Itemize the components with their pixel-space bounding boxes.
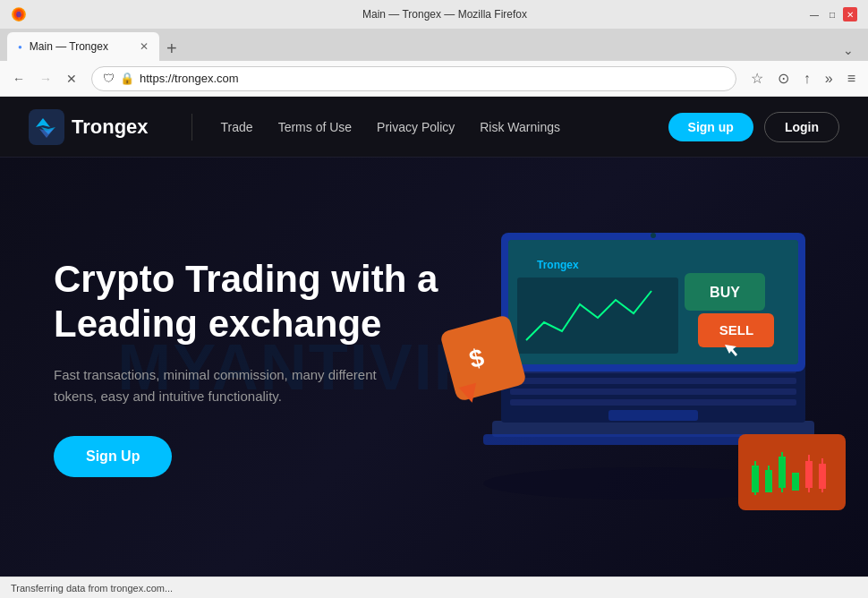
svg-point-1 (16, 12, 21, 18)
svg-text:BUY: BUY (710, 285, 740, 300)
back-button[interactable]: ← (7, 68, 30, 90)
nav-trade[interactable]: Trade (221, 120, 253, 134)
svg-rect-39 (819, 464, 826, 489)
pocket-button[interactable]: ⊙ (772, 66, 795, 90)
tab-modified-indicator: ● (18, 43, 22, 51)
website-content: Trongex Trade Terms of Use Privacy Polic… (0, 97, 868, 577)
window-controls: — □ ✕ (807, 7, 857, 21)
svg-rect-32 (779, 457, 786, 488)
browser-title: Main — Trongex — Mozilla Firefox (82, 8, 807, 21)
browser-titlebar: Main — Trongex — Mozilla Firefox — □ ✕ (0, 0, 868, 29)
browser-toolbar: ← → ✕ 🛡 🔒 https://trongex.com ☆ ⊙ ↑ » ≡ (0, 61, 868, 97)
site-nav: Trongex Trade Terms of Use Privacy Polic… (0, 97, 868, 158)
firefox-icon (11, 6, 27, 22)
nav-actions: Sign up Login (668, 112, 839, 142)
hero-text: Crypto Trading with a Leading exchange F… (54, 257, 483, 478)
svg-text:Trongex: Trongex (537, 259, 579, 271)
tab-close-button[interactable]: ✕ (140, 40, 149, 53)
share-button[interactable]: ↑ (798, 66, 816, 90)
nav-terms[interactable]: Terms of Use (278, 120, 352, 134)
hero-title: Crypto Trading with a Leading exchange (54, 257, 483, 347)
hero-signup-button[interactable]: Sign Up (54, 436, 172, 477)
url-text: https://trongex.com (140, 72, 725, 85)
maximize-button[interactable]: □ (825, 7, 839, 21)
nav-login-button[interactable]: Login (764, 112, 839, 142)
active-tab[interactable]: ● Main — Trongex ✕ (7, 32, 159, 61)
lock-icon: 🔒 (120, 72, 134, 85)
tab-title: Main — Trongex (30, 40, 108, 53)
toolbar-icons: ☆ ⊙ ↑ » ≡ (745, 66, 861, 90)
hero-illustration: Trongex BUY SELL $ (421, 206, 850, 528)
svg-rect-35 (792, 473, 799, 491)
menu-button[interactable]: ≡ (842, 66, 861, 90)
browser-tabbar: ● Main — Trongex ✕ + ⌄ (0, 29, 868, 61)
svg-text:SELL: SELL (719, 322, 753, 337)
minimize-button[interactable]: — (807, 7, 821, 21)
hero-subtitle: Fast transactions, minimal commission, m… (54, 364, 394, 407)
status-bar: Transferring data from trongex.com... (0, 577, 868, 598)
address-bar[interactable]: 🛡 🔒 https://trongex.com (91, 66, 736, 91)
reload-button[interactable]: ✕ (61, 68, 82, 90)
nav-links: Trade Terms of Use Privacy Policy Risk W… (221, 120, 668, 134)
svg-rect-11 (608, 410, 698, 421)
new-tab-button[interactable]: + (159, 38, 184, 59)
svg-rect-16 (517, 278, 678, 354)
tab-list-button[interactable]: ⌄ (836, 43, 861, 57)
logo-icon (29, 109, 64, 145)
nav-risk[interactable]: Risk Warnings (480, 120, 560, 134)
hero-svg: Trongex BUY SELL $ (421, 206, 850, 528)
svg-rect-10 (510, 399, 796, 406)
bookmark-star-button[interactable]: ☆ (745, 66, 769, 90)
nav-signup-button[interactable]: Sign up (668, 113, 753, 141)
forward-button[interactable]: → (34, 68, 57, 90)
close-button[interactable]: ✕ (843, 7, 857, 21)
security-shield-icon: 🛡 (103, 72, 115, 85)
nav-privacy[interactable]: Privacy Policy (377, 120, 455, 134)
hero-section: MYANTIVIRUS.COM Crypto Trading with a Le… (0, 158, 868, 577)
more-tools-button[interactable]: » (820, 66, 838, 90)
svg-point-22 (651, 233, 656, 238)
svg-rect-8 (510, 378, 796, 384)
logo-area: Trongex (29, 109, 149, 145)
nav-divider (191, 114, 192, 141)
svg-rect-30 (765, 470, 772, 492)
svg-rect-2 (29, 109, 64, 145)
svg-rect-36 (805, 461, 813, 488)
logo-text: Trongex (72, 115, 149, 139)
status-text: Transferring data from trongex.com... (11, 583, 173, 594)
svg-rect-9 (510, 389, 796, 395)
